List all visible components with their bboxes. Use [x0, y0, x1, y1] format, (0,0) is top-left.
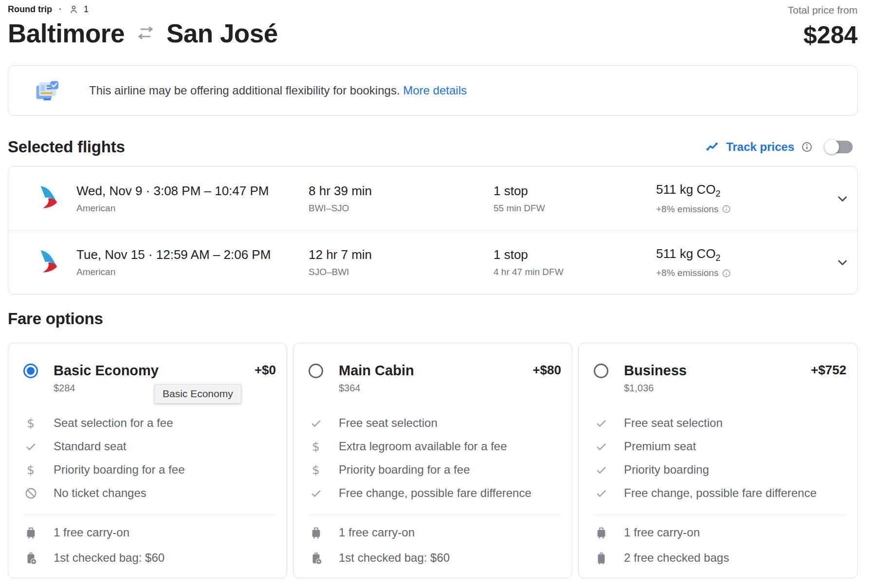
chevron-down-icon[interactable] — [835, 191, 850, 206]
flight-route: SJO–BWI — [309, 267, 494, 277]
flight-stop-detail: 4 hr 47 min DFW — [494, 267, 656, 277]
fare-baggage: 1 free carry-on 2 free checked bags — [594, 520, 846, 570]
fare-features: Free seat selection $Extra legroom avail… — [309, 411, 561, 505]
checked-bag-fee-icon — [309, 551, 323, 565]
selected-flights-heading: Selected flights — [8, 138, 125, 156]
checked-bag-icon — [594, 551, 608, 565]
check-icon — [594, 417, 608, 430]
flight-stop-detail: 55 min DFW — [494, 203, 656, 214]
track-prices-control[interactable]: Track prices — [705, 140, 853, 154]
american-airlines-logo — [37, 184, 63, 211]
fare-radio-main-cabin[interactable] — [309, 364, 323, 378]
flight-duration: 8 hr 39 min — [309, 184, 494, 199]
flexible-ticket-icon — [34, 78, 59, 103]
dollar-icon: $ — [309, 440, 323, 454]
flight-stops: 1 stop — [494, 247, 656, 262]
emissions-info-icon[interactable] — [722, 269, 731, 278]
fare-card-business[interactable]: Business $1,036 +$752 Free seat selectio… — [578, 343, 858, 578]
flight-emissions: +8% emissions — [656, 268, 718, 278]
swap-route-icon — [135, 27, 156, 43]
destination-city: San José — [166, 18, 278, 48]
flight-emissions: +8% emissions — [656, 204, 718, 215]
fare-price: $364 — [339, 383, 414, 394]
divider — [309, 514, 561, 515]
divider — [594, 514, 846, 515]
american-airlines-logo — [37, 248, 63, 275]
total-price-value: $284 — [787, 21, 858, 49]
fare-card-basic-economy[interactable]: Basic Economy $284 +$0 Basic Economy $Se… — [8, 343, 287, 578]
track-prices-label[interactable]: Track prices — [726, 140, 794, 154]
emissions-info-icon[interactable] — [722, 204, 731, 214]
fare-name: Basic Economy — [54, 363, 159, 379]
fare-baggage: 1 free carry-on 1st checked bag: $60 — [309, 520, 561, 570]
fare-features: Free seat selection Premium seat Priorit… — [594, 411, 846, 505]
chevron-down-icon[interactable] — [835, 255, 850, 270]
airline-name: American — [76, 267, 309, 277]
airline-name: American — [76, 203, 309, 214]
flight-row-outbound[interactable]: Wed, Nov 9 · 3:08 PM – 10:47 PM American… — [8, 166, 857, 230]
flight-duration: 12 hr 7 min — [309, 247, 494, 262]
checked-bag-fee-icon — [23, 551, 38, 565]
fare-price: $284 — [54, 383, 159, 394]
carry-on-bag-icon — [23, 526, 38, 539]
flight-stops: 1 stop — [494, 184, 656, 199]
check-icon — [309, 487, 323, 500]
flight-co2: 511 kg CO2 — [656, 182, 828, 199]
flight-datetime: Tue, Nov 15 · 12:59 AM – 2:06 PM — [76, 247, 309, 262]
track-prices-toggle[interactable] — [824, 140, 853, 154]
track-prices-info-icon[interactable] — [801, 141, 813, 153]
trip-type-label[interactable]: Round trip — [8, 4, 52, 15]
carry-on-bag-icon — [594, 526, 608, 539]
page-header: Round trip · 1 Baltimore San José Total … — [8, 0, 858, 48]
flight-route: BWI–SJO — [309, 203, 494, 214]
fare-name: Main Cabin — [339, 363, 414, 379]
fare-delta: +$752 — [811, 363, 846, 378]
passenger-icon[interactable] — [69, 4, 79, 15]
flight-row-return[interactable]: Tue, Nov 15 · 12:59 AM – 2:06 PM America… — [8, 230, 857, 294]
route-title: Baltimore San José — [8, 18, 858, 48]
fare-delta: +$0 — [255, 363, 276, 378]
total-price-label: Total price from — [787, 4, 858, 16]
check-icon — [594, 440, 608, 453]
price-trend-icon — [705, 141, 719, 153]
flight-datetime: Wed, Nov 9 · 3:08 PM – 10:47 PM — [76, 184, 309, 199]
flight-booking-page: Round trip · 1 Baltimore San José Total … — [0, 0, 878, 588]
origin-city: Baltimore — [8, 18, 125, 48]
no-changes-icon — [23, 487, 38, 500]
fare-baggage: 1 free carry-on 1st checked bag: $60 — [23, 520, 276, 570]
carry-on-bag-icon — [309, 526, 323, 539]
dollar-icon: $ — [23, 416, 38, 430]
total-price-block: Total price from $284 — [787, 4, 858, 49]
flexibility-banner: This airline may be offering additional … — [8, 65, 858, 116]
fare-options-heading: Fare options — [8, 310, 858, 328]
divider — [23, 514, 276, 515]
check-icon — [309, 417, 323, 430]
fare-features: $Seat selection for a fee Standard seat … — [23, 411, 276, 505]
selected-flights-list: Wed, Nov 9 · 3:08 PM – 10:47 PM American… — [8, 166, 858, 294]
flight-co2: 511 kg CO2 — [656, 246, 828, 263]
check-icon — [594, 487, 608, 500]
fare-price: $1,036 — [624, 383, 687, 394]
fare-radio-business[interactable] — [594, 364, 608, 378]
fare-name: Business — [624, 363, 687, 379]
fare-tooltip: Basic Economy — [154, 384, 241, 404]
check-icon — [594, 463, 608, 477]
more-details-link[interactable]: More details — [403, 84, 467, 97]
fare-card-main-cabin[interactable]: Main Cabin $364 +$80 Free seat selection… — [293, 343, 572, 578]
banner-text: This airline may be offering additional … — [89, 84, 400, 97]
separator-dot: · — [57, 4, 64, 15]
fare-radio-basic-economy[interactable] — [23, 364, 38, 378]
check-icon — [23, 440, 38, 453]
dollar-icon: $ — [309, 463, 323, 477]
passenger-count[interactable]: 1 — [84, 4, 89, 15]
fare-delta: +$80 — [532, 363, 561, 378]
dollar-icon: $ — [23, 463, 38, 477]
